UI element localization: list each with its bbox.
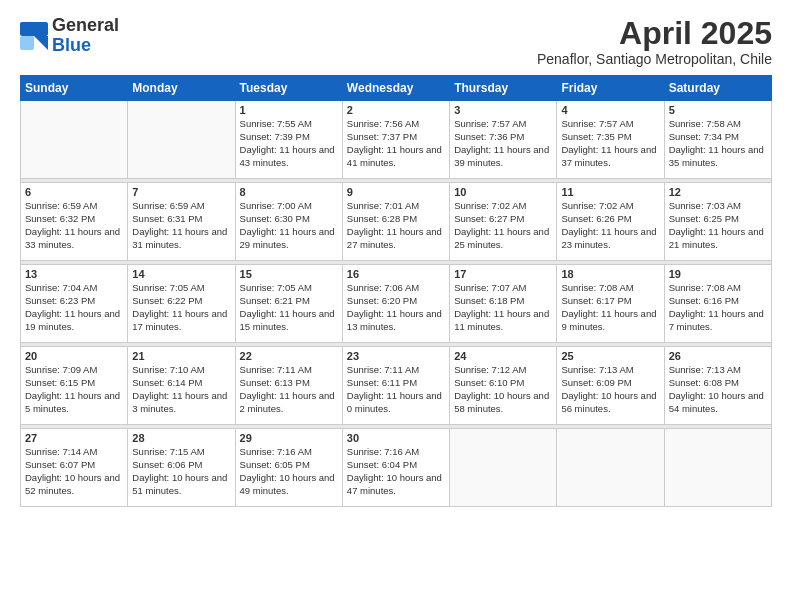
calendar-cell-w5-d5: [557, 429, 664, 507]
svg-rect-0: [20, 22, 48, 36]
calendar-cell-w5-d0: 27Sunrise: 7:14 AM Sunset: 6:07 PM Dayli…: [21, 429, 128, 507]
day-number: 24: [454, 350, 552, 362]
day-number: 22: [240, 350, 338, 362]
day-number: 12: [669, 186, 767, 198]
calendar-cell-w3-d4: 17Sunrise: 7:07 AM Sunset: 6:18 PM Dayli…: [450, 265, 557, 343]
logo: General Blue: [20, 16, 119, 56]
day-info: Sunrise: 7:11 AM Sunset: 6:13 PM Dayligh…: [240, 364, 338, 415]
header: General Blue April 2025 Penaflor, Santia…: [20, 16, 772, 67]
calendar-cell-w4-d6: 26Sunrise: 7:13 AM Sunset: 6:08 PM Dayli…: [664, 347, 771, 425]
calendar-cell-w1-d3: 2Sunrise: 7:56 AM Sunset: 7:37 PM Daylig…: [342, 101, 449, 179]
day-number: 10: [454, 186, 552, 198]
calendar-week-4: 20Sunrise: 7:09 AM Sunset: 6:15 PM Dayli…: [21, 347, 772, 425]
header-wednesday: Wednesday: [342, 76, 449, 101]
calendar-cell-w4-d3: 23Sunrise: 7:11 AM Sunset: 6:11 PM Dayli…: [342, 347, 449, 425]
day-number: 13: [25, 268, 123, 280]
calendar-cell-w1-d6: 5Sunrise: 7:58 AM Sunset: 7:34 PM Daylig…: [664, 101, 771, 179]
calendar-cell-w3-d3: 16Sunrise: 7:06 AM Sunset: 6:20 PM Dayli…: [342, 265, 449, 343]
calendar-cell-w5-d3: 30Sunrise: 7:16 AM Sunset: 6:04 PM Dayli…: [342, 429, 449, 507]
day-info: Sunrise: 7:56 AM Sunset: 7:37 PM Dayligh…: [347, 118, 445, 169]
day-info: Sunrise: 7:57 AM Sunset: 7:35 PM Dayligh…: [561, 118, 659, 169]
day-info: Sunrise: 7:13 AM Sunset: 6:08 PM Dayligh…: [669, 364, 767, 415]
day-number: 4: [561, 104, 659, 116]
calendar-table: Sunday Monday Tuesday Wednesday Thursday…: [20, 75, 772, 507]
header-friday: Friday: [557, 76, 664, 101]
calendar-cell-w2-d6: 12Sunrise: 7:03 AM Sunset: 6:25 PM Dayli…: [664, 183, 771, 261]
calendar-cell-w2-d1: 7Sunrise: 6:59 AM Sunset: 6:31 PM Daylig…: [128, 183, 235, 261]
day-number: 7: [132, 186, 230, 198]
day-number: 17: [454, 268, 552, 280]
day-number: 27: [25, 432, 123, 444]
calendar-week-1: 1Sunrise: 7:55 AM Sunset: 7:39 PM Daylig…: [21, 101, 772, 179]
logo-blue: Blue: [52, 36, 119, 56]
calendar-cell-w2-d2: 8Sunrise: 7:00 AM Sunset: 6:30 PM Daylig…: [235, 183, 342, 261]
logo-text: General Blue: [52, 16, 119, 56]
day-number: 20: [25, 350, 123, 362]
day-number: 1: [240, 104, 338, 116]
location-subtitle: Penaflor, Santiago Metropolitan, Chile: [537, 51, 772, 67]
day-info: Sunrise: 7:10 AM Sunset: 6:14 PM Dayligh…: [132, 364, 230, 415]
day-info: Sunrise: 7:09 AM Sunset: 6:15 PM Dayligh…: [25, 364, 123, 415]
header-saturday: Saturday: [664, 76, 771, 101]
day-number: 6: [25, 186, 123, 198]
day-number: 21: [132, 350, 230, 362]
calendar-week-3: 13Sunrise: 7:04 AM Sunset: 6:23 PM Dayli…: [21, 265, 772, 343]
day-number: 16: [347, 268, 445, 280]
day-info: Sunrise: 7:11 AM Sunset: 6:11 PM Dayligh…: [347, 364, 445, 415]
logo-general: General: [52, 16, 119, 36]
day-info: Sunrise: 7:00 AM Sunset: 6:30 PM Dayligh…: [240, 200, 338, 251]
month-title: April 2025: [537, 16, 772, 51]
day-info: Sunrise: 7:02 AM Sunset: 6:27 PM Dayligh…: [454, 200, 552, 251]
svg-rect-2: [20, 36, 34, 50]
calendar-cell-w2-d4: 10Sunrise: 7:02 AM Sunset: 6:27 PM Dayli…: [450, 183, 557, 261]
day-info: Sunrise: 7:13 AM Sunset: 6:09 PM Dayligh…: [561, 364, 659, 415]
day-number: 9: [347, 186, 445, 198]
day-number: 25: [561, 350, 659, 362]
calendar-cell-w1-d1: [128, 101, 235, 179]
calendar-cell-w3-d5: 18Sunrise: 7:08 AM Sunset: 6:17 PM Dayli…: [557, 265, 664, 343]
header-tuesday: Tuesday: [235, 76, 342, 101]
day-number: 8: [240, 186, 338, 198]
day-info: Sunrise: 6:59 AM Sunset: 6:31 PM Dayligh…: [132, 200, 230, 251]
calendar-page: General Blue April 2025 Penaflor, Santia…: [0, 0, 792, 612]
calendar-cell-w1-d0: [21, 101, 128, 179]
header-sunday: Sunday: [21, 76, 128, 101]
calendar-cell-w4-d2: 22Sunrise: 7:11 AM Sunset: 6:13 PM Dayli…: [235, 347, 342, 425]
calendar-cell-w3-d0: 13Sunrise: 7:04 AM Sunset: 6:23 PM Dayli…: [21, 265, 128, 343]
day-number: 30: [347, 432, 445, 444]
day-info: Sunrise: 7:02 AM Sunset: 6:26 PM Dayligh…: [561, 200, 659, 251]
day-number: 11: [561, 186, 659, 198]
day-number: 5: [669, 104, 767, 116]
calendar-cell-w3-d1: 14Sunrise: 7:05 AM Sunset: 6:22 PM Dayli…: [128, 265, 235, 343]
header-thursday: Thursday: [450, 76, 557, 101]
day-info: Sunrise: 7:16 AM Sunset: 6:05 PM Dayligh…: [240, 446, 338, 497]
calendar-cell-w5-d1: 28Sunrise: 7:15 AM Sunset: 6:06 PM Dayli…: [128, 429, 235, 507]
calendar-cell-w3-d6: 19Sunrise: 7:08 AM Sunset: 6:16 PM Dayli…: [664, 265, 771, 343]
calendar-cell-w1-d4: 3Sunrise: 7:57 AM Sunset: 7:36 PM Daylig…: [450, 101, 557, 179]
day-info: Sunrise: 7:58 AM Sunset: 7:34 PM Dayligh…: [669, 118, 767, 169]
day-info: Sunrise: 7:14 AM Sunset: 6:07 PM Dayligh…: [25, 446, 123, 497]
day-number: 28: [132, 432, 230, 444]
day-info: Sunrise: 7:08 AM Sunset: 6:17 PM Dayligh…: [561, 282, 659, 333]
calendar-cell-w1-d2: 1Sunrise: 7:55 AM Sunset: 7:39 PM Daylig…: [235, 101, 342, 179]
day-info: Sunrise: 7:07 AM Sunset: 6:18 PM Dayligh…: [454, 282, 552, 333]
day-number: 26: [669, 350, 767, 362]
day-number: 2: [347, 104, 445, 116]
calendar-cell-w5-d4: [450, 429, 557, 507]
day-info: Sunrise: 7:16 AM Sunset: 6:04 PM Dayligh…: [347, 446, 445, 497]
calendar-cell-w4-d0: 20Sunrise: 7:09 AM Sunset: 6:15 PM Dayli…: [21, 347, 128, 425]
day-number: 15: [240, 268, 338, 280]
day-number: 19: [669, 268, 767, 280]
calendar-header-row: Sunday Monday Tuesday Wednesday Thursday…: [21, 76, 772, 101]
calendar-cell-w2-d0: 6Sunrise: 6:59 AM Sunset: 6:32 PM Daylig…: [21, 183, 128, 261]
calendar-cell-w5-d6: [664, 429, 771, 507]
day-number: 23: [347, 350, 445, 362]
day-info: Sunrise: 7:04 AM Sunset: 6:23 PM Dayligh…: [25, 282, 123, 333]
calendar-cell-w4-d1: 21Sunrise: 7:10 AM Sunset: 6:14 PM Dayli…: [128, 347, 235, 425]
day-info: Sunrise: 7:12 AM Sunset: 6:10 PM Dayligh…: [454, 364, 552, 415]
calendar-cell-w3-d2: 15Sunrise: 7:05 AM Sunset: 6:21 PM Dayli…: [235, 265, 342, 343]
calendar-cell-w4-d4: 24Sunrise: 7:12 AM Sunset: 6:10 PM Dayli…: [450, 347, 557, 425]
calendar-cell-w2-d3: 9Sunrise: 7:01 AM Sunset: 6:28 PM Daylig…: [342, 183, 449, 261]
day-info: Sunrise: 7:05 AM Sunset: 6:21 PM Dayligh…: [240, 282, 338, 333]
calendar-week-2: 6Sunrise: 6:59 AM Sunset: 6:32 PM Daylig…: [21, 183, 772, 261]
